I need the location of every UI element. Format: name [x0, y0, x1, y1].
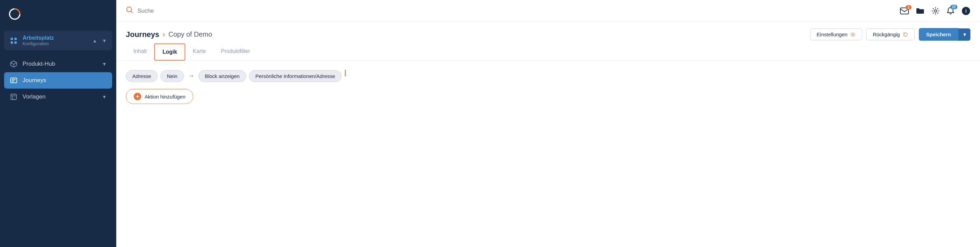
- logo-wrap: [0, 0, 116, 28]
- mail-icon-wrap[interactable]: 1: [900, 7, 909, 15]
- settings-label: Einstellungen: [816, 32, 847, 37]
- breadcrumb-current: Copy of Demo: [169, 30, 212, 38]
- settings-icon-wrap[interactable]: [931, 7, 940, 15]
- logic-arrow-icon: →: [187, 73, 196, 80]
- workspace-label: Arbeitsplatz: [22, 35, 88, 41]
- sidebar-item-workspace[interactable]: Arbeitsplatz Konfiguration ▲ ▼: [4, 31, 112, 50]
- breadcrumb: Journeys › Copy of Demo: [126, 30, 810, 39]
- search-icon: [126, 6, 134, 15]
- add-action-plus-icon: +: [134, 93, 141, 100]
- workspace-sub: Konfiguration: [22, 41, 88, 46]
- save-dropdown-icon: ▼: [962, 32, 967, 37]
- svg-rect-5: [11, 94, 16, 100]
- svg-rect-0: [11, 38, 13, 40]
- breadcrumb-separator: ›: [163, 30, 165, 38]
- nav-section: Produkt-Hub ▼ Journeys Vorlagen: [0, 53, 116, 108]
- add-action-button[interactable]: + Aktion hinzufügen: [126, 89, 193, 104]
- journeys-label: Journeys: [22, 77, 107, 84]
- workspace-section: Arbeitsplatz Konfiguration ▲ ▼: [0, 28, 116, 53]
- folder-icon-wrap[interactable]: [916, 7, 924, 15]
- tabs-bar: Inhalt Logik Karte Produktfilter: [116, 43, 980, 61]
- svg-rect-1: [14, 38, 17, 40]
- content-area: Adresse Nein → Block anzeigen Persönlich…: [116, 61, 980, 247]
- save-dropdown-button[interactable]: ▼: [958, 29, 970, 41]
- svg-point-11: [852, 33, 854, 35]
- undo-button[interactable]: Rückgängig: [866, 29, 914, 40]
- undo-label: Rückgängig: [873, 32, 900, 37]
- page-header-actions: Einstellungen Rückgängig Speichern ▼: [810, 28, 970, 41]
- tab-karte[interactable]: Karte: [185, 43, 213, 60]
- template-icon: [10, 93, 18, 101]
- save-button[interactable]: Speichern: [919, 28, 959, 41]
- search-input[interactable]: [137, 8, 896, 14]
- mail-badge: 1: [905, 5, 912, 10]
- svg-rect-2: [11, 41, 13, 44]
- svg-rect-3: [14, 41, 17, 44]
- bell-icon-wrap[interactable]: 22: [947, 7, 955, 15]
- page-header: Journeys › Copy of Demo Einstellungen Rü…: [116, 22, 980, 41]
- undo-icon: [903, 32, 908, 37]
- gear-icon: [931, 7, 940, 15]
- folder-icon: [916, 7, 924, 15]
- topbar: 1 22: [116, 0, 980, 22]
- sidebar: Arbeitsplatz Konfiguration ▲ ▼ Produkt-H…: [0, 0, 116, 247]
- logic-rule-row: Adresse Nein → Block anzeigen Persönlich…: [126, 70, 970, 82]
- tab-produktfilter[interactable]: Produktfilter: [213, 43, 258, 60]
- condition-value-chip: Nein: [161, 70, 184, 82]
- vorlagen-label: Vorlagen: [22, 93, 97, 100]
- info-icon-wrap[interactable]: i: [961, 6, 970, 15]
- journeys-icon: [10, 76, 18, 84]
- workspace-chevron-up: ▲: [92, 38, 97, 43]
- action-target-chip: Persönliche Informationen/Adresse: [249, 70, 342, 82]
- svg-text:i: i: [965, 8, 967, 14]
- produkt-hub-chevron: ▼: [102, 61, 107, 67]
- sidebar-item-produkt-hub[interactable]: Produkt-Hub ▼: [4, 56, 112, 72]
- settings-gear-icon: [850, 32, 856, 37]
- topbar-actions: 1 22: [900, 6, 970, 15]
- tab-inhalt[interactable]: Inhalt: [126, 43, 154, 60]
- produkt-hub-label: Produkt-Hub: [22, 61, 97, 67]
- breadcrumb-link[interactable]: Journeys: [126, 30, 159, 39]
- vorlagen-chevron: ▼: [102, 94, 107, 100]
- sidebar-item-vorlagen[interactable]: Vorlagen ▼: [4, 89, 112, 105]
- cube-icon: [10, 60, 18, 68]
- sidebar-item-journeys[interactable]: Journeys: [4, 72, 112, 89]
- logic-separator-dot: |: [344, 69, 346, 76]
- info-icon: i: [961, 6, 970, 15]
- settings-button[interactable]: Einstellungen: [810, 29, 862, 40]
- notification-badge: 22: [950, 5, 958, 9]
- workspace-chevron-down: ▼: [102, 38, 107, 43]
- svg-point-8: [934, 10, 937, 12]
- condition-field-chip: Adresse: [126, 70, 158, 82]
- main-area: 1 22: [116, 0, 980, 247]
- tab-logik[interactable]: Logik: [154, 43, 185, 61]
- action-type-chip: Block anzeigen: [198, 70, 246, 82]
- save-button-wrap: Speichern ▼: [919, 28, 970, 41]
- app-logo: [8, 8, 21, 21]
- add-action-label: Aktion hinzufügen: [145, 94, 185, 100]
- grid-icon: [10, 37, 18, 45]
